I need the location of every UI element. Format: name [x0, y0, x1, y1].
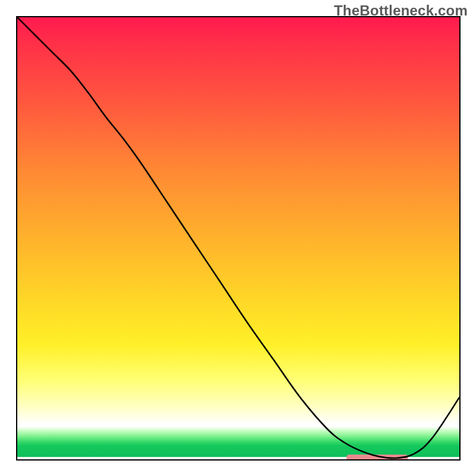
bottleneck-curve — [17, 17, 459, 459]
chart-stage: TheBottleneck.com — [0, 0, 476, 476]
bottleneck-curve-path — [17, 17, 459, 458]
plot-area — [16, 16, 461, 461]
